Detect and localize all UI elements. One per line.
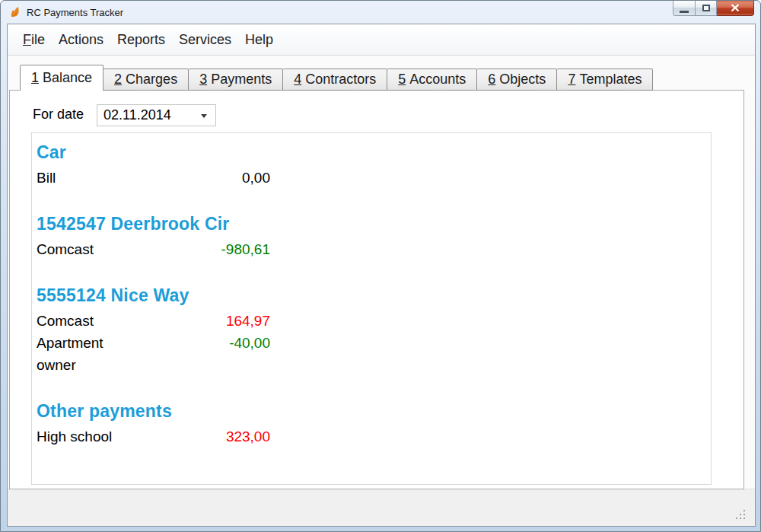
tab-templates[interactable]: 7Templates <box>557 68 653 91</box>
menu-item-reports[interactable]: Reports <box>110 28 172 52</box>
menu-item-services[interactable]: Services <box>172 28 238 52</box>
amount: 164,97 <box>137 310 270 332</box>
group-title: 5555124 Nice Way <box>37 285 706 306</box>
menu-bar: File Actions Reports Services Help <box>8 24 755 56</box>
tab-label: Objects <box>499 72 546 88</box>
app-window: RC Payments Tracker File Action <box>0 0 761 532</box>
contractor-name: Comcast <box>37 238 137 260</box>
menu-label: Actions <box>59 32 103 47</box>
title-bar[interactable]: RC Payments Tracker <box>1 1 760 24</box>
app-icon <box>9 6 21 18</box>
tab-label: Contractors <box>305 72 376 88</box>
tab-accel: 3 <box>199 72 207 88</box>
tab-label: Balance <box>43 70 92 86</box>
tab-payments[interactable]: 3Payments <box>189 68 283 91</box>
balance-row: Comcast 164,97 <box>37 310 706 332</box>
window-controls <box>673 1 754 16</box>
balance-row: High school 323,00 <box>37 425 706 448</box>
date-value: 02.11.2014 <box>103 107 171 123</box>
client-area: File Actions Reports Services Help 1Bala… <box>7 24 756 527</box>
tab-accel: 7 <box>568 72 575 88</box>
group-title: 1542547 Deerbrook Cir <box>37 214 706 234</box>
amount: -980,61 <box>137 238 270 260</box>
amount: -40,00 <box>137 332 270 376</box>
date-combobox[interactable]: 02.11.2014 <box>97 104 216 126</box>
tab-label: Payments <box>211 72 272 88</box>
balance-tab-page: For date 02.11.2014 Car Bill 0,00 154254… <box>9 90 744 489</box>
group-title: Car <box>37 142 706 163</box>
dropdown-arrow-icon[interactable] <box>201 114 207 118</box>
balance-group-niceway: 5555124 Nice Way Comcast 164,97 Apartmen… <box>37 285 706 376</box>
balance-row: Comcast -980,61 <box>37 238 706 260</box>
tab-accel: 1 <box>31 70 39 86</box>
group-title: Other payments <box>37 401 706 422</box>
menu-accel: F <box>23 32 31 47</box>
minimize-button[interactable] <box>673 1 696 16</box>
tab-charges[interactable]: 2Charges <box>103 68 189 91</box>
tab-label: Templates <box>579 72 642 88</box>
tab-accel: 4 <box>294 72 301 88</box>
contractor-name: Comcast <box>37 310 137 332</box>
tab-label: Charges <box>126 72 177 88</box>
contractor-name: High school <box>37 425 137 448</box>
menu-item-actions[interactable]: Actions <box>52 28 110 52</box>
menu-label: Reports <box>117 32 165 47</box>
balance-row: Bill 0,00 <box>37 167 706 189</box>
tab-accounts[interactable]: 5Accounts <box>387 68 477 91</box>
tab-accel: 5 <box>398 72 406 88</box>
menu-label: ile <box>31 32 45 47</box>
balance-panel: Car Bill 0,00 1542547 Deerbrook Cir Comc… <box>31 132 712 485</box>
balance-group-car: Car Bill 0,00 <box>37 142 706 189</box>
resize-grip-icon[interactable] <box>743 510 745 511</box>
tab-accel: 6 <box>488 72 495 88</box>
menu-label: Services <box>179 32 231 47</box>
balance-row: Apartment owner -40,00 <box>37 332 706 376</box>
contractor-name: Apartment owner <box>37 332 137 376</box>
window-title: RC Payments Tracker <box>27 7 123 18</box>
menu-item-file[interactable]: File <box>16 28 52 52</box>
tab-balance[interactable]: 1Balance <box>20 65 103 91</box>
tab-objects[interactable]: 6Objects <box>477 68 557 91</box>
tab-accel: 2 <box>114 72 122 88</box>
minimize-icon <box>680 11 689 13</box>
amount: 0,00 <box>137 167 270 189</box>
maximize-icon <box>702 5 710 11</box>
menu-label: Help <box>245 32 273 47</box>
close-button[interactable] <box>717 1 754 16</box>
balance-group-deerbrook: 1542547 Deerbrook Cir Comcast -980,61 <box>37 214 706 260</box>
tab-contractors[interactable]: 4Contractors <box>283 68 387 91</box>
tab-strip: 1Balance 2Charges 3Payments 4Contractors… <box>20 65 653 91</box>
status-strip <box>8 489 755 526</box>
close-icon <box>731 2 740 15</box>
maximize-button[interactable] <box>696 1 717 16</box>
contractor-name: Bill <box>37 167 137 189</box>
balance-group-other: Other payments High school 323,00 <box>37 401 706 448</box>
for-date-label: For date <box>33 107 84 123</box>
menu-item-help[interactable]: Help <box>238 28 280 52</box>
tab-label: Accounts <box>409 72 466 88</box>
amount: 323,00 <box>137 425 270 448</box>
